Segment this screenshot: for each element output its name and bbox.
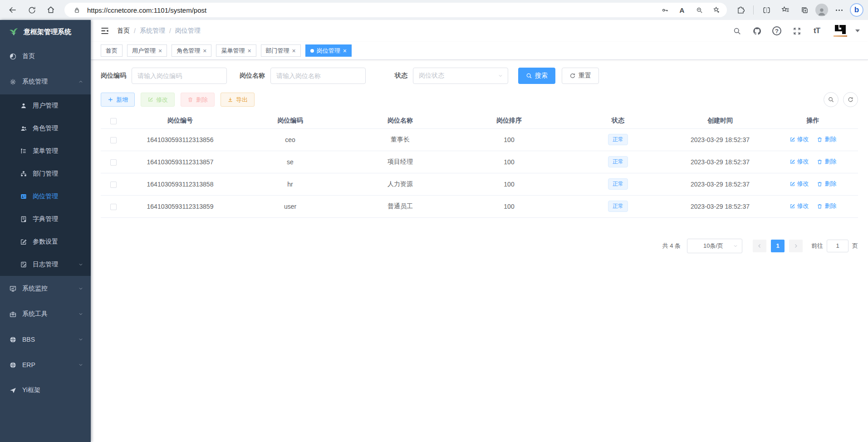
user-avatar-logo[interactable] <box>833 24 848 38</box>
row-checkbox[interactable] <box>110 182 117 188</box>
browser-more-icon[interactable] <box>831 2 847 18</box>
page-size-select[interactable]: 10条/页 <box>687 239 742 253</box>
refresh-icon <box>569 73 576 79</box>
refresh-table-button[interactable] <box>843 92 858 107</box>
app-logo-row[interactable]: 意框架管理系统 <box>0 20 91 44</box>
tab-close-icon[interactable]: × <box>158 48 162 54</box>
sidebar-item-users[interactable]: 用户管理 <box>0 94 91 117</box>
search-button[interactable]: 搜索 <box>518 68 555 84</box>
collections-icon[interactable] <box>796 2 813 18</box>
breadcrumb-system[interactable]: 系统管理 <box>140 27 165 35</box>
row-edit-label: 修改 <box>797 157 809 166</box>
extensions-icon[interactable] <box>732 2 749 18</box>
post-name-input[interactable] <box>270 68 366 84</box>
row-delete-button[interactable]: 删除 <box>817 135 836 143</box>
sidebar-item-dictionary[interactable]: 字典管理 <box>0 208 91 231</box>
tab-menu-mgmt[interactable]: 菜单管理 × <box>216 44 256 57</box>
row-delete-label: 删除 <box>824 157 836 166</box>
edit-pencil-icon <box>20 238 27 246</box>
cell-post-id: 1641030593112313859 <box>126 195 235 217</box>
split-screen-icon[interactable] <box>758 2 775 18</box>
export-button[interactable]: 导出 <box>221 93 255 107</box>
page-number-button[interactable]: 1 <box>771 240 785 252</box>
table-row: 1641030593112313857 se 项目经理 100 正常 2023-… <box>101 151 858 173</box>
trash-icon <box>817 181 823 187</box>
tab-close-icon[interactable]: × <box>203 48 206 54</box>
sidebar-item-roles[interactable]: 角色管理 <box>0 117 91 140</box>
row-delete-button[interactable]: 删除 <box>817 202 836 210</box>
sidebar-item-home[interactable]: 首页 <box>0 44 91 69</box>
favorites-icon[interactable] <box>777 2 794 18</box>
export-button-label: 导出 <box>236 96 248 104</box>
tab-dept-mgmt[interactable]: 部门管理 × <box>261 44 301 57</box>
status-select[interactable]: 岗位状态 <box>413 68 508 84</box>
sidebar-item-erp[interactable]: ERP <box>0 352 91 378</box>
column-status: 状态 <box>564 113 672 128</box>
sidebar-item-system[interactable]: 系统管理 <box>0 69 91 94</box>
hide-search-button[interactable] <box>824 92 839 107</box>
header-search-icon[interactable] <box>729 23 745 39</box>
zoom-out-icon[interactable] <box>692 4 706 16</box>
tab-close-icon[interactable]: × <box>247 48 251 54</box>
sidebar-item-bbs[interactable]: BBS <box>0 327 91 352</box>
sidebar-item-posts[interactable]: 岗位管理 <box>0 185 91 208</box>
row-delete-button[interactable]: 删除 <box>817 157 836 166</box>
browser-home-icon[interactable] <box>43 2 59 18</box>
sidebar-item-tools[interactable]: 系统工具 <box>0 301 91 327</box>
prev-page-button[interactable] <box>753 240 766 252</box>
row-edit-button[interactable]: 修改 <box>790 157 809 166</box>
row-checkbox[interactable] <box>110 137 117 143</box>
sidebar-item-parameters[interactable]: 参数设置 <box>0 231 91 253</box>
sidebar-item-departments[interactable]: 部门管理 <box>0 162 91 185</box>
font-size-icon[interactable]: tT <box>809 23 824 39</box>
tab-close-icon[interactable]: × <box>343 48 347 54</box>
sidebar-item-monitor[interactable]: 系统监控 <box>0 276 91 301</box>
tab-role-mgmt[interactable]: 角色管理 × <box>172 44 211 57</box>
row-edit-button[interactable]: 修改 <box>790 180 809 188</box>
address-bar[interactable]: https://ccnetcore.com:1101/system/post A <box>64 3 727 17</box>
edit-icon <box>790 181 795 187</box>
tab-post-mgmt[interactable]: 岗位管理 × <box>305 44 352 57</box>
sidebar-item-menus[interactable]: 菜单管理 <box>0 140 91 162</box>
select-all-checkbox[interactable] <box>110 118 117 124</box>
tab-home[interactable]: 首页 <box>101 44 123 57</box>
goto-page-input[interactable] <box>827 240 848 252</box>
sidebar-toggle-icon[interactable] <box>97 23 113 39</box>
avatar-caret-icon[interactable] <box>855 29 860 32</box>
browser-profile-avatar[interactable] <box>815 4 828 16</box>
add-button[interactable]: 新增 <box>101 93 135 107</box>
id-card-icon <box>20 193 27 200</box>
tab-close-icon[interactable]: × <box>292 48 296 54</box>
org-chart-icon <box>20 170 27 177</box>
help-icon[interactable]: ? <box>769 23 785 39</box>
next-page-button[interactable] <box>789 240 803 252</box>
row-checkbox[interactable] <box>110 159 117 166</box>
bing-chat-icon[interactable]: b <box>850 3 863 17</box>
sidebar-item-logs[interactable]: 日志管理 <box>0 253 91 276</box>
browser-back-icon[interactable] <box>5 2 21 18</box>
column-actions: 操作 <box>768 113 858 128</box>
reset-button[interactable]: 重置 <box>562 68 599 84</box>
column-post-sort: 岗位排序 <box>455 113 564 128</box>
row-edit-button[interactable]: 修改 <box>790 202 809 210</box>
chevron-up-icon <box>78 79 83 84</box>
row-delete-button[interactable]: 删除 <box>817 180 836 188</box>
github-icon[interactable] <box>749 23 765 39</box>
breadcrumb-home[interactable]: 首页 <box>117 27 130 35</box>
add-favorite-icon[interactable] <box>710 4 723 16</box>
cell-post-name: 项目经理 <box>346 151 455 173</box>
page-content: 岗位编码 岗位名称 状态 岗位状态 搜索 重置 <box>91 60 868 442</box>
row-delete-label: 删除 <box>824 135 836 143</box>
sidebar-item-yi-framework[interactable]: Yi框架 <box>0 378 91 403</box>
browser-refresh-icon[interactable] <box>24 2 40 18</box>
row-checkbox[interactable] <box>110 204 117 210</box>
edit-button[interactable]: 修改 <box>141 93 175 107</box>
row-edit-button[interactable]: 修改 <box>790 135 809 143</box>
delete-button[interactable]: 删除 <box>181 93 215 107</box>
password-key-icon[interactable] <box>658 4 672 16</box>
post-code-input[interactable] <box>132 68 227 84</box>
tab-user-mgmt[interactable]: 用户管理 × <box>127 44 167 57</box>
read-aloud-icon[interactable]: A <box>675 4 689 16</box>
fullscreen-icon[interactable] <box>789 23 804 39</box>
url-text[interactable]: https://ccnetcore.com:1101/system/post <box>87 6 654 14</box>
